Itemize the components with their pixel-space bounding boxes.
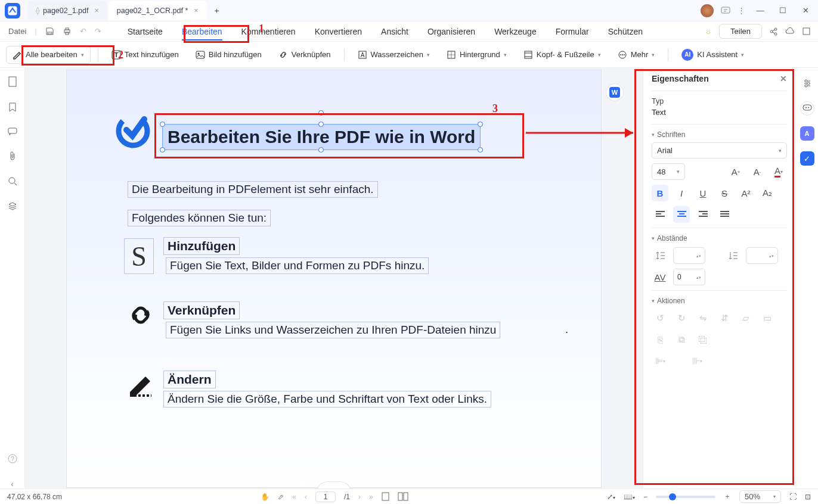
lightbulb-icon[interactable]: ☼ — [705, 27, 712, 36]
copy-icon[interactable]: ⧉ — [673, 331, 690, 348]
font-select[interactable]: Arial▾ — [652, 142, 787, 158]
close-window-icon[interactable]: ✕ — [798, 6, 813, 15]
ai-chat-icon[interactable] — [800, 101, 814, 116]
paste-icon[interactable]: ⿻ — [695, 331, 711, 348]
properties-toggle-icon[interactable] — [800, 76, 814, 91]
bold-icon[interactable]: B — [652, 185, 668, 201]
export-word-icon[interactable]: W — [606, 83, 624, 101]
font-size-select[interactable]: 48▾ — [652, 163, 685, 180]
comments-icon[interactable] — [8, 127, 17, 136]
tab-active[interactable]: page02_1_OCR.pdf * × — [109, 1, 207, 21]
pdf-page[interactable]: W Bearbeiten Sie Ihre PDF wie in Word — [67, 70, 601, 487]
section-actions[interactable]: Aktionen — [652, 297, 787, 305]
replace-icon[interactable]: ▭ — [759, 310, 776, 326]
redo-icon[interactable]: ↷ — [95, 27, 101, 36]
zoom-in-icon[interactable]: ＋ — [724, 491, 731, 502]
menu-formular[interactable]: Formular — [556, 23, 589, 40]
check-feature-icon[interactable]: ✓ — [800, 151, 814, 166]
print-icon[interactable] — [63, 27, 72, 36]
increase-font-icon[interactable]: A+ — [727, 163, 744, 180]
cloud-icon[interactable] — [785, 27, 795, 36]
text-box[interactable]: Die Bearbeitung in PDFelement ist sehr e… — [128, 181, 378, 198]
text-box[interactable]: Ändern Sie die Größe, Farbe und Schrifta… — [163, 391, 491, 407]
decrease-font-icon[interactable]: A- — [749, 163, 766, 180]
file-menu[interactable]: Datei — [8, 27, 26, 36]
save-icon[interactable] — [45, 27, 54, 36]
avatar[interactable] — [701, 4, 714, 17]
maximize-icon[interactable]: ☐ — [775, 6, 791, 15]
layers-icon[interactable] — [8, 201, 17, 211]
menu-startseite[interactable]: Startseite — [128, 23, 163, 40]
more-icon[interactable]: ⋮ — [738, 6, 745, 15]
flip-v-icon[interactable]: ⇵ — [716, 310, 733, 326]
next-page-icon[interactable]: › — [358, 493, 361, 501]
hand-tool-icon[interactable]: ✋ — [261, 493, 269, 501]
collapse-icon[interactable]: ‹ — [11, 480, 13, 489]
header-footer-button[interactable]: Kopf- & Fußzeile ▾ — [518, 46, 607, 63]
edit-all-button[interactable]: Alle bearbeiten ▾ — [6, 46, 91, 64]
menu-organisieren[interactable]: Organisieren — [427, 23, 475, 40]
feedback-icon[interactable] — [721, 6, 730, 15]
read-mode-icon[interactable]: 📖▾ — [624, 493, 635, 501]
box-icon[interactable] — [802, 27, 811, 36]
select-tool-icon[interactable]: ⬀ — [278, 493, 284, 501]
text-box[interactable]: Verknüpfen — [163, 301, 240, 319]
zoom-slider[interactable] — [656, 496, 715, 498]
undo-icon[interactable]: ↶ — [80, 27, 86, 36]
menu-werkzeuge[interactable]: Werkzeuge — [494, 23, 537, 40]
align-justify-icon[interactable] — [716, 206, 733, 223]
menu-kommentieren[interactable]: Kommentieren — [241, 23, 296, 40]
text-box[interactable]: Folgendes können Sie tun: — [128, 210, 271, 226]
align-center-icon[interactable] — [673, 206, 690, 223]
flip-h-icon[interactable]: ⇋ — [695, 310, 711, 326]
attachments-icon[interactable] — [8, 151, 17, 161]
page-handle[interactable] — [316, 481, 352, 489]
align-right-icon[interactable] — [695, 206, 711, 223]
rotate-right-icon[interactable]: ↻ — [673, 310, 690, 326]
search-icon[interactable] — [8, 176, 17, 186]
font-color-icon[interactable]: A▾ — [770, 163, 787, 180]
add-link-button[interactable]: Verknüpfen — [272, 46, 337, 63]
text-box[interactable]: Fügen Sie Text, Bilder und Formen zu PDF… — [166, 257, 429, 274]
close-panel-icon[interactable]: ✕ — [780, 74, 787, 83]
menu-schuetzen[interactable]: Schützen — [608, 23, 643, 40]
add-text-button[interactable]: T Text hinzufügen — [106, 46, 185, 63]
help-icon[interactable]: ? — [7, 453, 18, 464]
add-image-button[interactable]: Bild hinzufügen — [190, 46, 268, 63]
text-box[interactable]: Hinzufügen — [163, 237, 240, 255]
more-button[interactable]: Mehr ▾ — [612, 46, 661, 63]
link-share-icon[interactable] — [769, 27, 778, 36]
ai-assistant-button[interactable]: AI KI Assistent ▾ — [676, 45, 750, 64]
arrange-icon[interactable]: ⊫▾ — [652, 353, 668, 369]
fullscreen-icon[interactable]: ⛶ — [789, 493, 797, 501]
text-box[interactable]: Ändern — [163, 371, 216, 388]
fit-width-icon[interactable]: ⤢▾ — [607, 493, 615, 501]
single-page-icon[interactable] — [382, 492, 389, 501]
zoom-select[interactable]: 50%▾ — [739, 490, 781, 503]
last-page-icon[interactable]: » — [369, 493, 373, 501]
minimize-icon[interactable]: — — [752, 6, 768, 15]
section-fonts[interactable]: Schriften — [652, 130, 787, 139]
zoom-out-icon[interactable]: − — [643, 493, 647, 501]
strike-icon[interactable]: S — [716, 185, 733, 201]
share-button[interactable]: Teilen — [719, 24, 762, 39]
menu-ansicht[interactable]: Ansicht — [381, 23, 408, 40]
document-canvas[interactable]: W Bearbeiten Sie Ihre PDF wie in Word — [25, 68, 643, 489]
two-page-icon[interactable] — [398, 492, 408, 501]
thumbnails-icon[interactable] — [8, 76, 17, 87]
selected-text-box[interactable]: Bearbeiten Sie Ihre PDF wie in Word — [162, 124, 481, 150]
text-box[interactable]: Fügen Sie Links und Wasserzeichen zu Ihr… — [166, 322, 500, 338]
distribute-icon[interactable]: ⊪▾ — [689, 353, 705, 369]
new-tab-button[interactable]: ＋ — [208, 5, 226, 16]
underline-icon[interactable]: U — [695, 185, 711, 201]
menu-konvertieren[interactable]: Konvertieren — [315, 23, 362, 40]
extract-icon[interactable]: ⎘ — [652, 331, 668, 348]
superscript-icon[interactable]: A² — [738, 185, 754, 201]
section-spacing[interactable]: Abstände — [652, 234, 787, 242]
fit-page-icon[interactable]: ⊡ — [805, 493, 811, 501]
close-icon[interactable]: × — [94, 7, 98, 15]
prev-page-icon[interactable]: ‹ — [305, 493, 307, 501]
watermark-button[interactable]: A Wasserzeichen ▾ — [352, 46, 436, 63]
align-left-icon[interactable] — [652, 206, 668, 223]
subscript-icon[interactable]: A₂ — [759, 185, 776, 201]
